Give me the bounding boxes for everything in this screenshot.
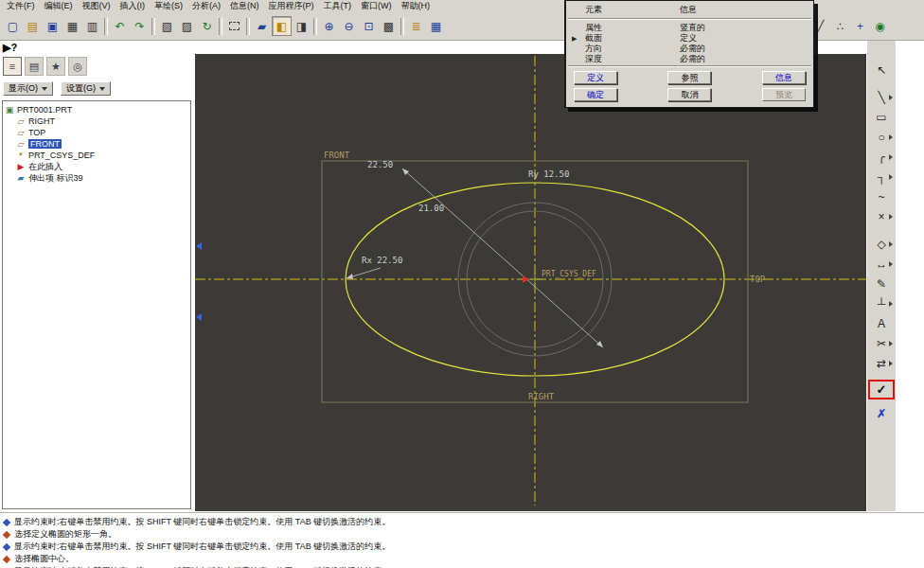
select-box-button[interactable] — [224, 16, 244, 36]
print-button[interactable]: ▦ — [62, 16, 82, 36]
refs-button[interactable]: 参照 — [667, 71, 711, 84]
toolbar-button[interactable] — [219, 18, 222, 35]
rectangle-tool[interactable]: ▭ — [871, 107, 892, 127]
undo-button[interactable]: ↶ — [110, 16, 130, 36]
dimension-value[interactable]: Ry 12.50 — [528, 169, 569, 179]
tree-item[interactable]: ▱RIGHT — [3, 115, 190, 127]
csys-display-toggle[interactable]: + — [850, 16, 870, 36]
graphics-area[interactable]: 22.50 21.00 Ry 12.50 Rx 22.50 FRONT TOP … — [195, 54, 866, 511]
model-tree-tab[interactable]: ≡ — [3, 57, 22, 76]
refit-button[interactable]: ⊡ — [359, 16, 379, 36]
favorites-tab[interactable]: ★ — [46, 57, 65, 76]
paste-button[interactable]: ▨ — [177, 16, 197, 36]
done-button[interactable]: ✓ — [870, 382, 893, 398]
layers-button[interactable]: ≣ — [406, 16, 426, 36]
navigator-tab-icon: ◎ — [73, 61, 82, 73]
toolbar-icon: ↶ — [115, 20, 124, 33]
preview-button[interactable]: 预览 — [762, 88, 806, 101]
menu-item[interactable]: 文件(F) — [2, 0, 40, 13]
menu-item[interactable]: 工具(T) — [319, 0, 357, 13]
menu-item[interactable]: 编辑(E) — [40, 0, 78, 13]
shade-button[interactable]: ◨ — [292, 16, 311, 36]
view-manager-button[interactable]: ▦ — [426, 16, 446, 36]
circle-tool[interactable]: ○ — [871, 127, 892, 147]
zoom-out-button[interactable]: ⊖ — [339, 16, 359, 36]
dimension-value[interactable]: Rx 22.50 — [362, 256, 402, 265]
erase-display-button[interactable]: ▥ — [82, 16, 102, 36]
modify-tool[interactable]: ✎ — [871, 274, 892, 293]
panel-collapse-arrow[interactable] — [196, 313, 202, 321]
arc-tool[interactable]: ╭ — [871, 147, 892, 167]
menu-item[interactable]: 视图(V) — [78, 0, 116, 13]
toolbar-button[interactable] — [400, 18, 404, 35]
save-button[interactable]: ▣ — [43, 16, 62, 36]
dialog-element-row[interactable]: 深度必需的 — [572, 53, 808, 63]
tool-icon: ╭ — [878, 151, 884, 164]
menu-item[interactable]: 插入(I) — [116, 0, 151, 13]
define-button[interactable]: 定义 — [574, 71, 617, 84]
zoom-in-button[interactable]: ⊕ — [319, 16, 339, 36]
line-tool[interactable]: ╲ — [871, 87, 892, 107]
tree-item[interactable]: ▣PRT0001.PRT — [3, 104, 190, 115]
panel-collapse-arrow[interactable] — [196, 242, 202, 250]
mirror-tool[interactable]: ⇄ — [871, 353, 892, 373]
use-edge-tool[interactable]: ◇ — [871, 234, 892, 254]
history-tab[interactable]: ◎ — [68, 57, 87, 76]
datum-label-front: FRONT — [324, 151, 350, 160]
tree-item-icon: ▶ — [16, 162, 26, 171]
menu-item[interactable]: 分析(A) — [187, 0, 225, 13]
copy-button[interactable]: ▧ — [157, 16, 177, 36]
tree-item[interactable]: ▶在此插入 — [3, 161, 190, 172]
model-tree: ▣PRT0001.PRT▱RIGHT▱TOP▱FRONT*PRT_CSYS_DE… — [2, 100, 191, 509]
tree-item-label: PRT_CSYS_DEF — [28, 151, 95, 160]
toolbar-button[interactable] — [104, 18, 108, 35]
dialog-element-row[interactable]: 属性竖直的 — [572, 22, 808, 32]
sketch-orient-button[interactable]: ◧ — [272, 16, 292, 36]
tree-dropdown-button[interactable]: 显示(O) — [3, 81, 53, 96]
toolbar-button[interactable] — [246, 18, 250, 35]
toolbar-button[interactable] — [313, 18, 317, 35]
sketcher-tool-button[interactable] — [871, 80, 892, 87]
menu-item[interactable]: 信息(N) — [225, 0, 264, 13]
tree-item[interactable]: *PRT_CSYS_DEF — [3, 150, 190, 161]
toolbar-button[interactable] — [151, 18, 155, 35]
open-button[interactable]: ▤ — [23, 16, 43, 36]
text-tool[interactable]: A — [871, 313, 892, 333]
quit-button[interactable]: ✗ — [871, 403, 892, 423]
menu-item[interactable]: 窗口(W) — [356, 0, 397, 13]
tree-dropdown-button[interactable]: 设置(G) — [61, 81, 111, 96]
constraint-tool[interactable]: ┴ — [871, 293, 892, 313]
ok-button[interactable]: 确定 — [574, 88, 617, 101]
menu-item[interactable]: 草绘(S) — [150, 0, 187, 13]
navigator-tab-icon: ≡ — [9, 61, 15, 72]
menu-item[interactable]: 应用程序(P) — [264, 0, 319, 13]
tree-item[interactable]: ▱TOP — [3, 127, 190, 138]
tree-item[interactable]: ▰伸出项 标识39 — [3, 172, 190, 184]
dialog-element-row[interactable]: ▶截面定义 — [572, 32, 808, 43]
sketch-display-button[interactable]: ▰ — [252, 16, 272, 36]
trim-tool[interactable]: ✂ — [871, 333, 892, 353]
point-tool[interactable]: × — [871, 206, 892, 226]
message-text: 显示约束时:右键单击禁用约束。按 SHIFT 键同时右键单击锁定约束。使用 TA… — [14, 516, 390, 528]
dimension-tool[interactable]: ↔ — [871, 254, 892, 274]
fillet-tool[interactable]: ┐ — [871, 167, 892, 186]
menu-item[interactable]: 帮助(H) — [397, 0, 435, 13]
regenerate-button[interactable]: ↻ — [197, 16, 217, 36]
spin-center-toggle[interactable]: ◉ — [870, 16, 890, 36]
dimension-value[interactable]: 21.00 — [418, 204, 444, 213]
dialog-element-row[interactable]: 方向必需的 — [572, 43, 808, 53]
datum-points-toggle[interactable]: ∴ — [830, 16, 850, 36]
redo-button[interactable]: ↷ — [130, 16, 150, 36]
cancel-button[interactable]: 取消 — [667, 88, 711, 101]
select-tool[interactable]: ↖ — [871, 60, 892, 80]
tree-item[interactable]: ▱FRONT — [3, 138, 190, 150]
sketcher-tool-button[interactable] — [871, 226, 892, 234]
info-button[interactable]: 信息 — [762, 71, 806, 84]
repaint-button[interactable]: ▩ — [379, 16, 399, 36]
status-line: 显示约束时:右键单击禁用约束。按 SHIFT 键同时右键单击锁定约束。使用 TA… — [4, 516, 924, 528]
spline-tool[interactable]: ~ — [871, 186, 892, 206]
dimension-value[interactable]: 22.50 — [367, 160, 393, 169]
folder-browser-tab[interactable]: ▤ — [25, 57, 44, 76]
new-file-button[interactable]: ▢ — [3, 16, 23, 36]
tool-icon: ◇ — [877, 238, 885, 251]
